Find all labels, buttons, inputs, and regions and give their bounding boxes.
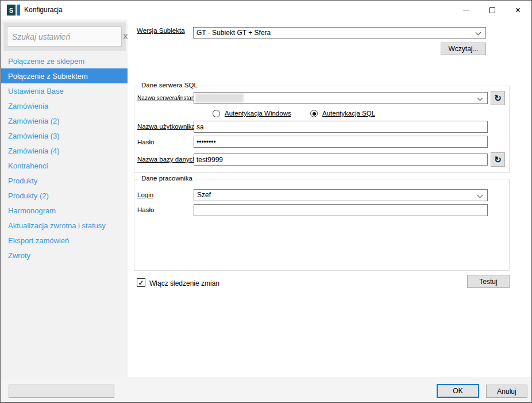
search-band: X xyxy=(3,22,126,51)
minimize-icon xyxy=(463,10,469,10)
server-name-select[interactable] xyxy=(194,92,488,104)
subiekt-version-select[interactable]: GT - Subiekt GT + Sfera xyxy=(193,27,486,39)
server-name-label: Nazwa serwera/instancji xyxy=(137,94,200,101)
sidebar-item-produkty-2[interactable]: Produkty (2) xyxy=(1,188,128,203)
login-value: Szef xyxy=(197,191,211,199)
test-button[interactable]: Testuj xyxy=(467,275,510,288)
refresh-servers-button[interactable]: ↻ xyxy=(491,91,505,105)
sidebar-item-kontrahenci[interactable]: Kontrahenci xyxy=(1,158,128,173)
employee-group-title: Dane pracownika xyxy=(139,175,195,182)
settings-search-box[interactable]: X xyxy=(7,26,122,47)
sql-password-label: Hasło xyxy=(137,139,154,145)
sql-group-title: Dane serwera SQL xyxy=(139,82,200,89)
version-value: GT - Subiekt GT + Sfera xyxy=(196,29,271,37)
footer-bar: OK Anuluj xyxy=(1,377,532,402)
sql-password-input[interactable] xyxy=(194,136,488,148)
search-input[interactable] xyxy=(7,32,121,41)
close-button[interactable]: × xyxy=(505,1,531,20)
chevron-down-icon xyxy=(476,30,481,36)
sql-server-group: Dane serwera SQL Nazwa serwera/instancji… xyxy=(134,86,510,173)
ok-button[interactable]: OK xyxy=(437,384,479,398)
cancel-button[interactable]: Anuluj xyxy=(486,385,527,398)
sidebar-item-polaczenie-ze-sklepem[interactable]: Połączenie ze sklepem xyxy=(1,53,128,68)
refresh-icon: ↻ xyxy=(494,93,502,103)
window-controls: × xyxy=(453,1,531,20)
app-icon: S xyxy=(7,5,20,16)
login-select[interactable]: Szef xyxy=(194,189,488,201)
redacted-server-name xyxy=(195,94,244,102)
main-panel: Wersja Subiekta GT - Subiekt GT + Sfera … xyxy=(128,20,532,377)
chevron-down-icon xyxy=(477,193,483,198)
change-tracking-checkbox[interactable]: ✓ xyxy=(137,278,145,287)
progress-bar xyxy=(9,385,114,398)
config-window: S Konfiguracja × X Połączenie ze sklepem… xyxy=(0,0,532,403)
sidebar-item-aktualizacja-zwrotna[interactable]: Aktualizacja zwrotna i statusy xyxy=(1,218,128,233)
close-icon: × xyxy=(515,6,521,15)
title-bar: S Konfiguracja × xyxy=(1,1,531,20)
sidebar-item-eksport-zamowien[interactable]: Eksport zamówień xyxy=(1,233,128,248)
database-input[interactable] xyxy=(194,153,488,166)
refresh-icon: ↻ xyxy=(494,155,502,165)
check-icon: ✓ xyxy=(138,279,144,286)
sidebar-item-produkty[interactable]: Produkty xyxy=(1,173,128,188)
sidebar-item-polaczenie-z-subiektem[interactable]: Połączenie z Subiektem xyxy=(1,68,128,83)
auth-sql-radio[interactable] xyxy=(310,110,318,117)
sidebar-item-zamowienia-2[interactable]: Zamówienia (2) xyxy=(1,113,128,128)
employee-group: Dane pracownika Login Szef Hasło xyxy=(134,179,510,271)
sidebar-item-zwroty[interactable]: Zwroty xyxy=(1,248,128,263)
window-title: Konfiguracja xyxy=(24,6,63,14)
chevron-down-icon xyxy=(477,95,483,101)
maximize-icon xyxy=(489,7,495,13)
auth-windows-label[interactable]: Autentykacja Windows xyxy=(225,110,291,117)
login-label: Login xyxy=(137,191,153,198)
version-label: Wersja Subiekta xyxy=(137,27,185,34)
sidebar-item-ustawienia-base[interactable]: Ustawienia Base xyxy=(1,83,128,98)
maximize-button[interactable] xyxy=(479,1,505,20)
username-label: Nazwa użytkownika xyxy=(137,123,195,130)
settings-nav: Połączenie ze sklepem Połączenie z Subie… xyxy=(1,53,128,263)
sidebar-item-zamowienia-4[interactable]: Zamówienia (4) xyxy=(1,143,128,158)
load-button[interactable]: Wczytaj... xyxy=(441,43,486,55)
employee-password-input[interactable] xyxy=(194,204,488,216)
username-input[interactable] xyxy=(194,121,488,133)
change-tracking-label: Włącz śledzenie zmian xyxy=(149,279,219,287)
database-label: Nazwa bazy danych xyxy=(137,156,196,163)
sidebar-item-zamowienia[interactable]: Zamówienia xyxy=(1,98,128,113)
refresh-databases-button[interactable]: ↻ xyxy=(491,152,505,167)
settings-sidebar: X Połączenie ze sklepem Połączenie z Sub… xyxy=(1,20,128,377)
sidebar-item-zamowienia-3[interactable]: Zamówienia (3) xyxy=(1,128,128,143)
minimize-button[interactable] xyxy=(453,1,479,20)
auth-windows-radio[interactable] xyxy=(213,110,220,117)
employee-password-label: Hasło xyxy=(137,206,154,213)
sidebar-item-harmonogram[interactable]: Harmonogram xyxy=(1,203,128,218)
auth-sql-label[interactable]: Autentykacja SQL xyxy=(322,110,375,117)
